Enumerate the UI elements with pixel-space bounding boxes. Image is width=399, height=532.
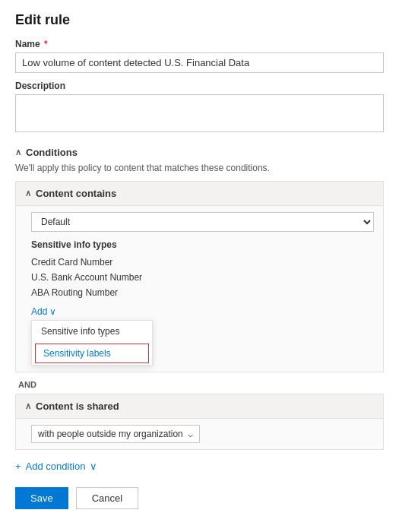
content-shared-header[interactable]: ∧ Content is shared (16, 394, 383, 419)
shared-dropdown[interactable]: with people outside my organization ⌵ (31, 425, 200, 443)
shared-dropdown-chevron-icon: ⌵ (188, 429, 193, 439)
name-input[interactable] (15, 52, 384, 73)
dropdown-menu-container: Sensitive info types Sensitivity labels (31, 320, 153, 366)
name-label-text: Name (15, 39, 40, 49)
sensitive-info-label: Sensitive info types (31, 239, 374, 250)
add-link[interactable]: Add ∨ (31, 306, 56, 317)
add-dropdown-menu: Sensitive info types Sensitivity labels (31, 320, 374, 366)
conditions-chevron-icon: ∧ (15, 147, 21, 157)
info-item-bank-account: U.S. Bank Account Number (31, 270, 374, 285)
info-item-credit-card: Credit Card Number (31, 255, 374, 270)
content-contains-body: Default Sensitive info types Credit Card… (16, 206, 383, 372)
save-button[interactable]: Save (15, 487, 68, 509)
content-contains-label: Content contains (36, 188, 116, 199)
content-contains-header[interactable]: ∧ Content contains (16, 182, 383, 206)
add-condition-row[interactable]: + Add condition ∨ (15, 461, 384, 472)
default-select[interactable]: Default (31, 212, 374, 232)
dropdown-item-sensitivity-labels[interactable]: Sensitivity labels (35, 344, 149, 363)
description-label: Description (15, 81, 384, 91)
shared-dropdown-value: with people outside my organization (38, 429, 183, 439)
content-shared-label: Content is shared (36, 401, 119, 412)
add-link-label: Add (31, 306, 47, 317)
name-label: Name * (15, 39, 384, 49)
content-contains-block: ∧ Content contains Default Sensitive inf… (15, 181, 384, 372)
add-chevron-icon: ∨ (49, 306, 56, 317)
conditions-section-header: ∧ Conditions (15, 147, 384, 158)
conditions-description: We'll apply this policy to content that … (15, 163, 384, 173)
info-item-aba-routing: ABA Routing Number (31, 285, 374, 300)
and-label: AND (15, 380, 384, 389)
dropdown-item-sensitive-info[interactable]: Sensitive info types (32, 321, 152, 342)
content-shared-chevron-icon: ∧ (25, 401, 31, 411)
conditions-heading: Conditions (26, 147, 78, 158)
description-input[interactable] (15, 94, 384, 132)
shared-dropdown-row: with people outside my organization ⌵ (16, 419, 383, 449)
content-shared-block: ∧ Content is shared with people outside … (15, 394, 384, 450)
required-star: * (42, 39, 48, 49)
footer-buttons: Save Cancel (15, 487, 384, 509)
add-condition-chevron-icon: ∨ (90, 461, 97, 472)
cancel-button[interactable]: Cancel (76, 487, 138, 509)
content-contains-chevron-icon: ∧ (25, 188, 31, 198)
add-condition-plus-icon: + (15, 461, 21, 472)
page-title: Edit rule (15, 12, 384, 28)
add-condition-label: Add condition (26, 461, 86, 472)
